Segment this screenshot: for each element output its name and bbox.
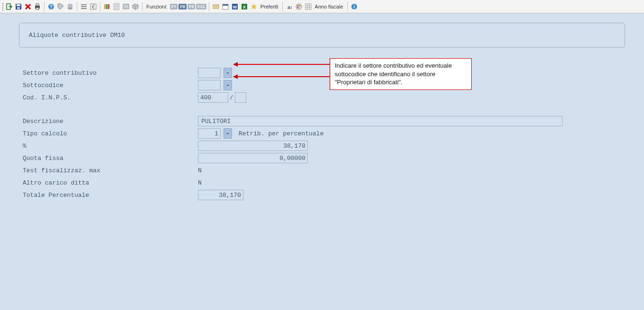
svg-rect-18 bbox=[106, 4, 107, 9]
svg-rect-13 bbox=[81, 6, 87, 7]
funzioni-label: Funzioni: bbox=[145, 4, 169, 9]
svg-point-36 bbox=[297, 7, 298, 8]
books-icon[interactable] bbox=[103, 2, 111, 11]
settore-field[interactable] bbox=[198, 68, 221, 78]
percent-field[interactable]: 38,170 bbox=[198, 141, 308, 151]
totale-perc-field: 38,170 bbox=[198, 190, 243, 200]
tipo-calcolo-field[interactable]: 1 bbox=[198, 128, 221, 139]
svg-rect-3 bbox=[17, 7, 20, 9]
slash-separator: / bbox=[228, 94, 235, 101]
svg-text:W: W bbox=[233, 5, 237, 9]
svg-rect-2 bbox=[17, 4, 20, 6]
altro-carico-value: N bbox=[198, 179, 202, 186]
svg-rect-26 bbox=[223, 4, 228, 6]
content-area: Aliquote contributive DM10 Settore contr… bbox=[0, 13, 644, 211]
list-icon[interactable] bbox=[80, 2, 88, 11]
svg-text:€: € bbox=[92, 4, 95, 9]
info-icon[interactable]: i bbox=[350, 2, 358, 11]
cod-inps-label: Cod. I.N.P.S. bbox=[23, 94, 198, 101]
tipo-calcolo-desc: Retrib. per percentuale bbox=[239, 130, 323, 137]
svg-point-33 bbox=[296, 4, 302, 9]
tipo-calcolo-label: Tipo calcolo bbox=[23, 130, 198, 137]
star-icon[interactable] bbox=[250, 2, 258, 11]
svg-rect-6 bbox=[36, 8, 39, 9]
preferiti-label[interactable]: Preferiti bbox=[259, 4, 280, 9]
main-toolbar: ? € Funzioni: F7 F8 F9 F11 W X Preferiti… bbox=[0, 0, 644, 13]
tipo-calcolo-lookup-button[interactable]: - bbox=[224, 128, 232, 139]
svg-point-11 bbox=[68, 8, 72, 9]
callout-box: Indicare il settore contributivo ed even… bbox=[330, 58, 472, 90]
callout-arrow-1 bbox=[237, 64, 330, 65]
cod-inps-suffix-field[interactable] bbox=[235, 92, 246, 103]
svg-text:?: ? bbox=[50, 4, 53, 9]
svg-rect-37 bbox=[305, 4, 311, 9]
descrizione-label: Descrizione bbox=[23, 118, 198, 125]
svg-rect-5 bbox=[36, 4, 39, 6]
svg-text:i: i bbox=[353, 4, 355, 9]
exit-icon[interactable] bbox=[5, 2, 13, 11]
svg-rect-19 bbox=[108, 4, 109, 9]
help-icon[interactable]: ? bbox=[47, 2, 55, 11]
settore-lookup-button[interactable]: - bbox=[224, 68, 232, 78]
f7-key[interactable]: F7 bbox=[170, 4, 178, 9]
anno-fiscale-label[interactable]: Anno fiscale bbox=[313, 4, 345, 9]
f11-key[interactable]: F11 bbox=[196, 4, 206, 9]
settore-label: Settore contributivo bbox=[23, 70, 198, 77]
grid-icon[interactable] bbox=[304, 2, 313, 11]
font-icon[interactable]: a1 bbox=[285, 2, 294, 11]
quota-fissa-field[interactable]: 0,00000 bbox=[198, 153, 308, 163]
svg-point-34 bbox=[297, 5, 298, 6]
quota-fissa-label: Quota fissa bbox=[23, 155, 198, 162]
sottocodice-label: Sottocodice bbox=[23, 82, 198, 89]
mail-icon[interactable] bbox=[212, 2, 220, 11]
altro-carico-label: Altro carico ditta bbox=[23, 179, 198, 186]
save-icon[interactable] bbox=[14, 2, 23, 11]
book-icon[interactable] bbox=[122, 2, 130, 11]
palette-icon[interactable] bbox=[295, 2, 303, 11]
test-fisc-label: Test fiscalizzaz. max bbox=[23, 167, 198, 174]
panel-title: Aliquote contributive DM10 bbox=[19, 23, 625, 48]
totale-perc-label: Totale Percentuale bbox=[23, 192, 198, 199]
descrizione-field[interactable]: PULITORI bbox=[198, 116, 563, 126]
svg-text:X: X bbox=[243, 5, 246, 9]
cube-icon[interactable] bbox=[131, 2, 140, 11]
form-area: Settore contributivo - Sottocodice - Cod… bbox=[19, 67, 625, 201]
sottocodice-lookup-button[interactable]: - bbox=[224, 80, 232, 90]
svg-rect-17 bbox=[104, 4, 106, 9]
svg-text:1: 1 bbox=[290, 6, 292, 10]
callout-arrowhead-2 bbox=[233, 74, 238, 79]
word-icon[interactable]: W bbox=[231, 2, 239, 11]
test-fisc-value: N bbox=[198, 167, 202, 174]
tag-icon[interactable] bbox=[56, 2, 65, 11]
f9-key[interactable]: F9 bbox=[188, 4, 196, 9]
delete-icon[interactable] bbox=[24, 2, 32, 11]
cod-inps-field[interactable]: 400 bbox=[198, 92, 228, 103]
callout-arrowhead-1 bbox=[233, 62, 238, 67]
percent-label: % bbox=[23, 142, 198, 150]
calendar-icon[interactable] bbox=[221, 2, 230, 11]
euro-icon[interactable]: € bbox=[89, 2, 98, 11]
svg-rect-14 bbox=[81, 8, 87, 9]
sottocodice-field[interactable] bbox=[198, 80, 221, 90]
print-icon[interactable] bbox=[33, 2, 42, 11]
svg-rect-12 bbox=[81, 4, 87, 5]
database-icon[interactable] bbox=[66, 2, 74, 11]
f8-key[interactable]: F8 bbox=[179, 4, 187, 9]
document-icon[interactable] bbox=[112, 2, 121, 11]
excel-icon[interactable]: X bbox=[240, 2, 249, 11]
svg-point-35 bbox=[299, 5, 300, 6]
callout-arrow-2 bbox=[237, 76, 330, 77]
grip-icon bbox=[2, 2, 4, 11]
